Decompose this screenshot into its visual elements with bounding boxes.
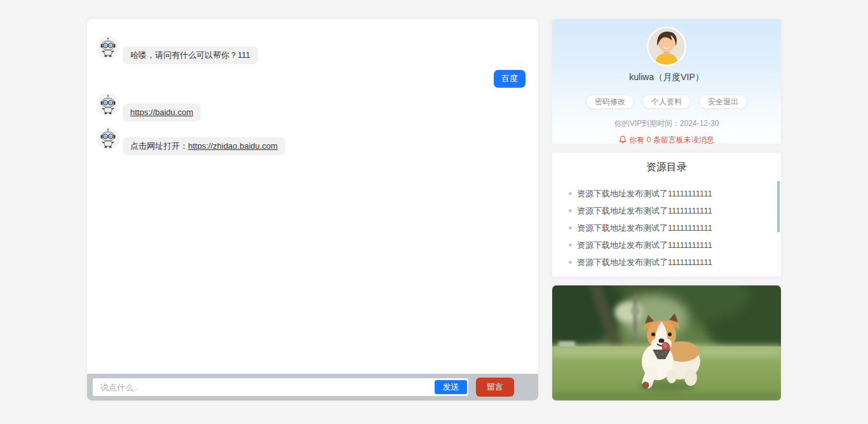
bell-icon — [619, 135, 627, 146]
chat-bubble: 百度 — [494, 70, 526, 88]
resource-list-item[interactable]: 资源下载地址发布测试了11111111111 — [569, 236, 781, 254]
resource-item-text: 资源下载地址发布测试了11111111111 — [577, 222, 712, 234]
leave-message-button[interactable]: 留言 — [476, 378, 514, 397]
chat-bubble: 哈喽，请问有什么可以帮你？111 — [123, 46, 258, 64]
profile-actions: 密码修改个人资料安全退出 — [552, 95, 781, 109]
bullet-icon — [569, 192, 572, 195]
chat-message-row: https://baidu.com — [97, 93, 529, 121]
resource-list-item[interactable]: 资源下载地址发布测试了11111111111 — [569, 185, 781, 202]
message-input[interactable] — [93, 378, 468, 396]
resource-list-item[interactable]: 资源下载地址发布测试了11111111111 — [569, 254, 781, 271]
send-button[interactable]: 发送 — [435, 380, 467, 394]
chat-link[interactable]: https://zhidao.baidu.com — [188, 141, 278, 151]
profile-action-button[interactable]: 密码修改 — [586, 95, 634, 109]
resource-item-text: 资源下载地址发布测试了11111111111 — [577, 188, 712, 200]
resource-list: 资源下载地址发布测试了11111111111资源下载地址发布测试了1111111… — [552, 185, 781, 271]
resource-scrollbar-track — [776, 153, 781, 277]
resource-card: 资源目录 资源下载地址发布测试了11111111111资源下载地址发布测试了11… — [552, 153, 781, 277]
profile-username: kuliwa（月度VIP） — [552, 72, 781, 83]
bullet-icon — [569, 261, 572, 264]
resource-title: 资源目录 — [552, 153, 781, 174]
dog-photo-card — [552, 285, 781, 400]
resource-item-text: 资源下载地址发布测试了11111111111 — [577, 257, 712, 268]
robot-avatar-icon — [97, 93, 119, 116]
bullet-icon — [569, 226, 572, 229]
unread-notice-text: 你有 0 条留言板未读消息 — [629, 135, 714, 146]
user-avatar — [647, 27, 686, 66]
bullet-icon — [569, 209, 572, 212]
chat-message-list: 哈喽，请问有什么可以帮你？111百度 https://baidu.com — [87, 19, 538, 374]
chat-link[interactable]: https://baidu.com — [130, 107, 193, 117]
resource-list-item[interactable]: 资源下载地址发布测试了11111111111 — [569, 202, 781, 219]
chat-message-row: 点击网址打开：https://zhidao.baidu.com — [97, 127, 529, 155]
message-input-wrap: 发送 — [93, 378, 468, 396]
robot-avatar-icon — [97, 127, 119, 150]
profile-action-button[interactable]: 个人资料 — [642, 95, 691, 109]
chat-text: 哈喽，请问有什么可以帮你？111 — [130, 50, 250, 60]
robot-avatar-icon — [97, 36, 119, 59]
vip-expiry-text: 你的VIP到期时间：2024-12-30 — [552, 118, 781, 129]
chat-bubble: 点击网址打开：https://zhidao.baidu.com — [123, 137, 285, 155]
chat-bubble: https://baidu.com — [123, 104, 201, 121]
chat-panel: 哈喽，请问有什么可以帮你？111百度 https://baidu.com — [87, 19, 538, 400]
resource-list-item[interactable]: 资源下载地址发布测试了11111111111 — [569, 219, 781, 236]
composer-bar: 发送 留言 — [87, 374, 538, 400]
profile-action-button[interactable]: 安全退出 — [699, 95, 747, 109]
chat-message-row: 百度 — [97, 70, 529, 88]
chat-message-row: 哈喽，请问有什么可以帮你？111 — [97, 36, 529, 64]
chat-text: 点击网址打开： — [130, 141, 188, 151]
unread-notice[interactable]: 你有 0 条留言板未读消息 — [552, 135, 781, 146]
bullet-icon — [569, 243, 572, 247]
resource-item-text: 资源下载地址发布测试了11111111111 — [577, 205, 712, 217]
chat-text: 百度 — [501, 74, 518, 83]
profile-card: kuliwa（月度VIP） 密码修改个人资料安全退出 你的VIP到期时间：202… — [552, 19, 781, 144]
resource-item-text: 资源下载地址发布测试了11111111111 — [577, 240, 712, 251]
resource-scrollbar-thumb[interactable] — [777, 181, 780, 232]
dog-photo — [552, 285, 781, 400]
